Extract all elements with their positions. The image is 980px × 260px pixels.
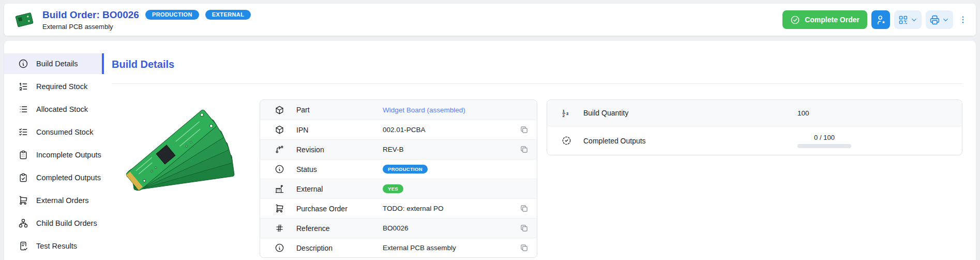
external-badge: EXTERNAL	[205, 10, 251, 20]
complete-order-label: Complete Order	[805, 16, 860, 24]
panel-content: Build Details	[104, 41, 976, 260]
hash-icon	[275, 223, 285, 233]
numbers-icon: 1 2 3	[562, 108, 572, 118]
shopping-cart-icon	[18, 195, 28, 206]
detail-value: 002.01-PCBA	[383, 126, 426, 134]
dots-vertical-icon	[958, 15, 968, 24]
heading-divider	[112, 83, 962, 84]
detail-row-status: Status PRODUCTION	[260, 159, 537, 179]
sidebar-item-label: Required Stock	[36, 82, 87, 91]
sidebar-item-allocated-stock[interactable]: Allocated Stock	[4, 99, 104, 120]
detail-label: Part	[296, 106, 383, 114]
summary-label: Build Quantity	[583, 109, 797, 117]
user-star-icon	[876, 15, 886, 25]
sidebar-item-label: Test Results	[36, 242, 77, 250]
progress-text: 0 / 100	[814, 134, 835, 141]
summary-row-build-quantity: 1 2 3 Build Quantity 100	[547, 100, 962, 126]
copy-button[interactable]	[519, 124, 530, 135]
sidebar-item-external-orders[interactable]: External Orders	[4, 190, 104, 211]
clipboard-icon	[18, 150, 28, 160]
list-icon	[18, 104, 28, 114]
chevron-down-icon	[910, 16, 918, 24]
detail-row-external: External YES	[260, 179, 537, 198]
copy-button[interactable]	[519, 144, 530, 155]
panel-heading: Build Details	[112, 57, 962, 71]
detail-label: Status	[296, 165, 383, 174]
qrcode-icon	[898, 15, 909, 25]
sidebar-item-label: Allocated Stock	[36, 105, 88, 113]
svg-text:2: 2	[563, 113, 565, 118]
sidebar-item-label: Incomplete Outputs	[36, 151, 101, 159]
progress-bar	[797, 144, 851, 148]
shopping-cart-icon	[275, 204, 285, 213]
build-quantity-value: 100	[797, 109, 809, 117]
detail-label: Description	[296, 244, 383, 252]
box-icon	[275, 105, 285, 115]
box-icon	[275, 125, 285, 135]
detail-row-part: Part Widget Board (assembled)	[260, 100, 537, 120]
svg-text:1: 1	[563, 108, 565, 113]
status-change-icon	[275, 145, 285, 154]
sidebar-item-label: External Orders	[36, 196, 89, 205]
list-numbers-icon	[18, 81, 28, 92]
sidebar: Build Details Required Stock Allocated S…	[4, 41, 104, 260]
detail-label: Revision	[296, 146, 383, 154]
sidebar-item-label: Consumed Stock	[36, 128, 93, 136]
completed-outputs-progress: 0 / 100	[797, 134, 851, 148]
svg-text:3: 3	[566, 111, 569, 115]
info-circle-icon	[18, 59, 28, 69]
detail-row-reference: Reference BO0026	[260, 218, 537, 238]
copy-button[interactable]	[519, 242, 530, 253]
factory-icon	[275, 184, 285, 194]
build-details-table: Part Widget Board (assembled) IPN 002.01…	[260, 99, 537, 258]
detail-row-ipn: IPN 002.01-PCBA	[260, 120, 537, 139]
chevron-down-icon	[942, 16, 949, 24]
sidebar-item-child-build-orders[interactable]: Child Build Orders	[4, 213, 104, 234]
status-badge: PRODUCTION	[383, 165, 428, 174]
build-summary-table: 1 2 3 Build Quantity 100	[547, 99, 962, 155]
sitemap-icon	[18, 218, 28, 228]
header-actions: Complete Order	[782, 10, 969, 29]
print-actions-button[interactable]	[926, 10, 953, 29]
file-check-icon	[18, 241, 28, 251]
main-panel: Build Details Required Stock Allocated S…	[4, 41, 976, 260]
overflow-menu-button[interactable]	[957, 10, 969, 29]
clipboard-check-icon	[18, 172, 28, 183]
detail-row-purchase-order: Purchase Order TODO: external PO	[260, 198, 537, 218]
info-circle-icon	[275, 164, 285, 174]
detail-label: Purchase Order	[296, 205, 383, 213]
sidebar-item-consumed-stock[interactable]: Consumed Stock	[4, 122, 104, 142]
page-header: Build Order: BO0026 PRODUCTION EXTERNAL …	[4, 4, 976, 36]
summary-label: Completed Outputs	[583, 137, 797, 145]
copy-button[interactable]	[519, 223, 530, 234]
detail-row-revision: Revision REV-B	[260, 139, 537, 159]
detail-label: Reference	[296, 224, 383, 233]
sidebar-item-label: Child Build Orders	[36, 219, 97, 227]
detail-value: External PCB assembly	[383, 244, 456, 252]
circle-check-icon	[790, 15, 800, 25]
info-circle-icon	[275, 243, 285, 253]
sidebar-item-completed-outputs[interactable]: Completed Outputs	[4, 167, 104, 188]
part-image[interactable]	[120, 99, 238, 193]
printer-icon	[929, 15, 940, 25]
barcode-actions-button[interactable]	[894, 10, 922, 29]
order-subtitle: External PCB assembly	[42, 23, 251, 31]
detail-value: TODO: external PO	[383, 205, 444, 212]
sidebar-item-incomplete-outputs[interactable]: Incomplete Outputs	[4, 145, 104, 165]
progress-check-icon	[562, 136, 572, 146]
page-title: Build Order: BO0026	[42, 9, 139, 21]
admin-button[interactable]	[871, 10, 890, 29]
sidebar-item-required-stock[interactable]: Required Stock	[4, 76, 104, 97]
copy-button[interactable]	[519, 203, 530, 214]
detail-value: BO0026	[383, 224, 409, 232]
summary-row-completed-outputs: Completed Outputs 0 / 100	[547, 126, 962, 155]
complete-order-button[interactable]: Complete Order	[782, 10, 867, 29]
sidebar-item-build-details[interactable]: Build Details	[4, 53, 104, 74]
detail-row-description: Description External PCB assembly	[260, 238, 537, 257]
list-check-icon	[18, 127, 28, 137]
part-link[interactable]: Widget Board (assembled)	[383, 106, 465, 114]
header-title-block: Build Order: BO0026 PRODUCTION EXTERNAL …	[42, 9, 251, 31]
sidebar-item-test-results[interactable]: Test Results	[4, 236, 104, 256]
pcb-thumbnail[interactable]	[11, 9, 36, 30]
status-badge: PRODUCTION	[145, 10, 199, 20]
